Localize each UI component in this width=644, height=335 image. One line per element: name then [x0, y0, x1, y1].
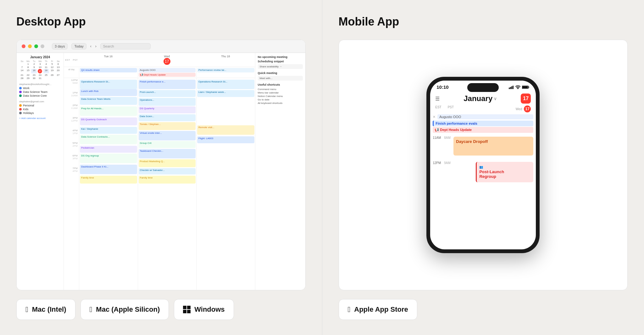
mac-silicon-button[interactable]:  Mac (Apple Silicon) [80, 299, 169, 320]
calendar-work[interactable]: Work [19, 86, 61, 90]
quick-meeting-section: Quick meeting Meet with... [258, 71, 303, 81]
calendar-body: January 2024 Su Mo Tu We Th Fr Sa 123456… [17, 53, 305, 290]
wed-allday: Augusto OOO 📢 Dept Heads Update [138, 68, 197, 77]
nav-prev[interactable]: ‹ [90, 44, 92, 48]
mobile-download-buttons:  Apple App Store [339, 299, 628, 320]
tz-pst: PST [448, 105, 454, 112]
finish-perf-evals-event: Finish performance evals [433, 121, 533, 126]
day-col-thu: Thu 18 [196, 55, 255, 65]
time-label-pst-9: 9AM [444, 161, 453, 186]
phone-container: 10:10 [339, 40, 628, 290]
phone-day-circle: 17 [524, 105, 531, 112]
calendar-datascience-core[interactable]: Data Science Core [19, 94, 61, 98]
time-row-11am: 11AM 8AM Daycare Dropoff [433, 135, 533, 161]
dept-heads-event: 📢 Dept Heads Update [433, 127, 533, 133]
day-col-wed: Wed 17 [138, 55, 197, 65]
augusto-ooo-event: ✕ Augusto OOO [433, 114, 533, 120]
phone-status-icons [509, 85, 530, 89]
right-panel-title: Mobile App [339, 15, 628, 28]
mobile-screenshot: 10:10 [339, 40, 628, 290]
phone-notch [467, 83, 499, 92]
thu-events: Operations Research St... Liam / Stephan… [196, 78, 255, 290]
apple-logo-icon:  [25, 305, 28, 314]
right-panel: Mobile App 10:10 [322, 0, 644, 335]
mac-toolbar: 3 days Today ‹ › Search [52, 43, 300, 49]
extra-dot [41, 44, 44, 48]
day-col-tue: Tue 16 [79, 55, 138, 65]
calendar-sidebar: January 2024 Su Mo Tu We Th Fr Sa 123456… [17, 53, 64, 290]
svg-rect-0 [509, 88, 510, 89]
thu-allday: Performance review tal... [196, 68, 255, 77]
nav-next[interactable]: › [95, 44, 97, 48]
mac-intel-button[interactable]:  Mac (Intel) [16, 299, 75, 320]
time-grid: 12PM9AM 1PM10AM 2PM11AM 3PM12PM 4PM1PM 5… [64, 78, 255, 290]
mini-cal-title: January 2024 [19, 55, 61, 59]
mini-calendar-grid: Su Mo Tu We Th Fr Sa 123456 78910111213 … [19, 60, 61, 80]
scheduling-section: Scheduling snippet Share availability → [258, 60, 303, 69]
time-label-est-11: 11AM [433, 135, 444, 161]
wed-events: Finish performance e... Post-Launch... O… [138, 78, 197, 290]
apple-logo-icon-3:  [348, 305, 351, 314]
phone-outer: 10:10 [426, 77, 540, 253]
close-dot [22, 44, 25, 48]
tue-allday: Q4 results share [79, 68, 138, 77]
battery-icon [522, 85, 530, 89]
search-field[interactable]: Search [100, 43, 151, 49]
calendar-day-headers: ESTPST Tue 16 Wed 17 Thu 18 [64, 53, 255, 67]
phone-timed-events: 11AM 8AM Daycare Dropoff [430, 134, 536, 249]
calendar-right-panel: No upcoming meeting Scheduling snippet S… [255, 53, 305, 290]
apple-logo-icon-2:  [90, 305, 92, 314]
time-labels: 12PM9AM 1PM10AM 2PM11AM 3PM12PM 4PM1PM 5… [64, 78, 79, 290]
calendar-datascience-team[interactable]: Data Science Team [19, 90, 61, 94]
phone-all-day-events: ✕ Augusto OOO Finish performance evals 📢… [430, 113, 536, 134]
phone-tz-row: EST PST Wed 17 [430, 105, 536, 113]
all-day-row: all day Q4 results share Augusto OOO 📢 D… [64, 67, 255, 78]
windows-button[interactable]: Windows [174, 299, 234, 320]
svg-point-4 [518, 88, 518, 89]
tz-est: EST [435, 105, 441, 112]
signal-icon [509, 85, 514, 89]
work-dot [19, 87, 22, 89]
svg-rect-1 [510, 87, 511, 89]
app-store-button[interactable]:  Apple App Store [339, 299, 417, 320]
time-label-est-12: 12PM [433, 161, 444, 186]
sidebar-calendars: stephanie@toolsforthought... Work Data S… [19, 82, 61, 120]
mac-intel-label: Mac (Intel) [32, 305, 66, 314]
left-panel-title: Desktop App [16, 15, 306, 28]
app-store-label: Apple App Store [354, 305, 408, 314]
mac-silicon-label: Mac (Apple Silicon) [96, 305, 160, 314]
holidays-dot [19, 112, 22, 114]
day-label-wed: Wed [516, 107, 522, 111]
time-row-12pm: 12PM 9AM 👥 Post-LaunchRegroup [433, 161, 533, 186]
chevron-down-icon: ∨ [494, 96, 497, 101]
phone-cal-header: ☰ January ∨ 17 [430, 91, 536, 105]
ds-team-dot [19, 91, 22, 93]
tue-events: Operations Research St... Lunch with Rob… [79, 78, 138, 290]
calendar-kids[interactable]: Kids [19, 107, 61, 111]
minimize-dot [28, 44, 32, 48]
today-button[interactable]: Today [71, 43, 86, 49]
left-panel: Desktop App 3 days Today ‹ › Search [0, 0, 322, 335]
svg-rect-2 [511, 86, 512, 89]
daycare-dropoff-event: Daycare Dropoff [453, 137, 533, 156]
windows-label: Windows [194, 305, 225, 314]
svg-rect-6 [522, 86, 528, 88]
windows-logo-icon [183, 306, 191, 313]
post-launch-regroup-event: 👥 Post-LaunchRegroup [476, 162, 533, 182]
phone-screen: 10:10 [430, 81, 536, 249]
mac-titlebar: 3 days Today ‹ › Search [17, 40, 305, 53]
shortcuts-section: Useful shortcuts Command menu Menu bar c… [258, 83, 303, 105]
phone-time: 10:10 [436, 84, 448, 90]
time-label-pst-8: 8AM [444, 135, 453, 161]
svg-rect-3 [513, 86, 514, 89]
desktop-mock: 3 days Today ‹ › Search January 2024 Su … [17, 40, 305, 290]
calendar-main: ESTPST Tue 16 Wed 17 Thu 18 [64, 53, 255, 290]
add-calendar-account[interactable]: + Add calendar account [19, 117, 61, 120]
menu-icon[interactable]: ☰ [435, 96, 440, 102]
kids-dot [19, 108, 22, 111]
personal-dot [19, 104, 22, 107]
calendar-personal[interactable]: Personal [19, 104, 61, 107]
maximize-dot [34, 44, 38, 48]
days-selector[interactable]: 3 days [52, 43, 68, 49]
calendar-holidays[interactable]: Holidays [19, 111, 61, 115]
